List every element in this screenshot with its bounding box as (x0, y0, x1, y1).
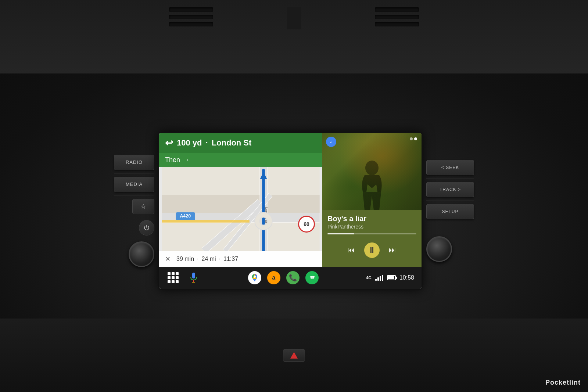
amazon-icon-label: a (272, 274, 275, 281)
nav-then-icon: → (183, 156, 190, 164)
album-art-person (357, 159, 387, 210)
music-info-area: Boy's a liar PinkPantheress (322, 210, 422, 242)
page-indicator (410, 137, 417, 140)
vent-slot (375, 22, 419, 26)
nav-dot-separator: · (206, 138, 208, 148)
right-divider-2 (426, 200, 474, 201)
nav-bottom-bar: ✕ 39 min · 24 mi · 11:37 (159, 251, 322, 267)
grid-dot (172, 280, 175, 283)
right-divider-1 (426, 178, 474, 179)
grid-dot (168, 276, 171, 279)
google-maps-button[interactable] (248, 271, 261, 284)
nav-eta-distance: 24 mi (201, 256, 216, 262)
right-control-panel: < SEEK TRACK > SETUP (426, 160, 474, 262)
grid-dot (168, 272, 171, 275)
vent-center (287, 7, 301, 73)
grid-dot (168, 280, 171, 283)
vent-slot (375, 15, 419, 19)
left-divider-2 (114, 195, 154, 196)
svg-text:A420: A420 (180, 213, 191, 219)
vent-slot (169, 22, 213, 26)
nav-eta-info: 39 min · 24 mi · 11:37 (176, 256, 238, 262)
hazard-button[interactable] (283, 349, 305, 362)
setup-button[interactable]: SETUP (426, 204, 474, 219)
vent-left (169, 7, 213, 73)
grid-dot (172, 272, 175, 275)
grid-dot (176, 272, 179, 275)
nav-then-label: Then (165, 156, 180, 164)
apps-grid-button[interactable] (166, 271, 180, 284)
pocketlint-watermark: Pocketlint (545, 379, 581, 386)
top-vent (0, 0, 588, 73)
left-volume-knob[interactable] (129, 241, 154, 267)
previous-track-button[interactable]: ⏮ (344, 242, 359, 258)
infotainment-screen: ↩ 100 yd · London St Then → (158, 132, 423, 290)
radio-button[interactable]: RADIO (114, 155, 154, 170)
pause-button[interactable]: ⏸ (364, 242, 380, 258)
nav-separator-2: · (219, 256, 220, 262)
nav-close-button[interactable]: ✕ (165, 255, 171, 263)
left-control-panel: RADIO MEDIA ☆ (114, 155, 154, 267)
music-progress-fill (327, 233, 354, 234)
media-button[interactable]: MEDIA (114, 177, 154, 192)
taskbar: a 📞 (159, 267, 422, 289)
album-art: ♫ (322, 133, 422, 210)
voice-assistant-button[interactable] (187, 271, 200, 284)
music-track-title: Boy's a liar (327, 215, 416, 223)
nav-eta-minutes: 39 min (176, 256, 194, 262)
grid-dot (172, 276, 175, 279)
left-divider-1 (114, 173, 154, 174)
map-svg: A420 London St (159, 167, 322, 251)
svg-point-10 (365, 161, 379, 175)
signal-strength-indicator (375, 275, 383, 281)
grid-dot (176, 280, 179, 283)
taskbar-right: 4G 10:58 (366, 274, 414, 281)
svg-text:♫: ♫ (330, 140, 332, 144)
music-panel[interactable]: ♫ (322, 133, 422, 267)
battery-fill (388, 276, 394, 279)
spotify-button[interactable] (305, 271, 319, 284)
svg-point-15 (308, 274, 316, 282)
nav-sub-instruction-bar: Then → (159, 153, 322, 167)
power-button[interactable] (139, 220, 154, 235)
svg-point-14 (254, 276, 256, 278)
vent-slot (169, 15, 213, 19)
grid-icon (168, 272, 179, 283)
signal-bar-3 (380, 276, 381, 281)
music-service-icon: ♫ (326, 137, 336, 147)
dot-2 (414, 137, 417, 140)
vent-slot (169, 7, 213, 12)
dashboard: RADIO MEDIA ☆ ↩ 100 yd (0, 0, 588, 392)
phone-icon-symbol: 📞 (289, 274, 297, 282)
svg-rect-11 (192, 273, 195, 278)
favorite-button[interactable]: ☆ (132, 199, 154, 214)
taskbar-center: a 📞 (248, 271, 319, 284)
watermark-brand-bold: lint (569, 379, 581, 386)
dot-1 (410, 137, 413, 140)
grid-dot (176, 276, 179, 279)
nav-eta-time: 11:37 (223, 256, 238, 262)
hazard-triangle-icon (290, 352, 298, 359)
head-unit: RADIO MEDIA ☆ ↩ 100 yd (114, 132, 474, 290)
music-progress-bar-container (327, 233, 416, 234)
phone-button[interactable]: 📞 (286, 271, 300, 284)
nav-instruction-bar: ↩ 100 yd · London St (159, 133, 322, 153)
right-volume-knob[interactable] (426, 236, 452, 262)
track-button[interactable]: TRACK > (426, 182, 474, 197)
watermark-brand-first: Pocket (545, 379, 569, 386)
signal-bar-4 (382, 275, 383, 281)
music-artist-name: PinkPantheress (327, 224, 416, 230)
nav-map[interactable]: A420 London St 60 (159, 167, 322, 251)
speed-limit-sign: 60 (298, 216, 315, 233)
clock-display: 10:58 (399, 274, 414, 281)
navigation-panel[interactable]: ↩ 100 yd · London St Then → (159, 133, 322, 267)
screen-content: ↩ 100 yd · London St Then → (159, 133, 422, 267)
network-type-badge: 4G (366, 276, 372, 280)
turn-left-icon: ↩ (165, 137, 173, 149)
amazon-music-button[interactable]: a (267, 271, 280, 284)
vent-slot (375, 7, 419, 12)
seek-button[interactable]: < SEEK (426, 160, 474, 175)
next-track-button[interactable]: ⏭ (385, 242, 400, 258)
signal-bar-1 (375, 279, 377, 281)
nav-distance: 100 yd (177, 138, 202, 148)
